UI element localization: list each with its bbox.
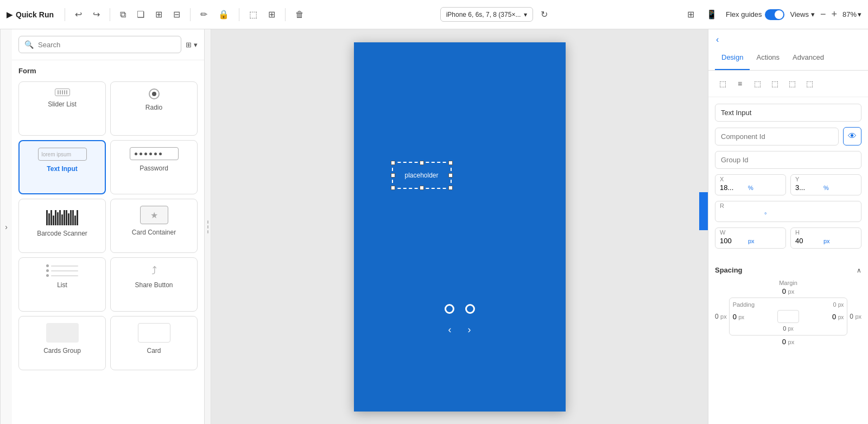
spacing-chevron-icon: ∧ [857, 267, 861, 274]
name-input[interactable] [715, 104, 861, 122]
tab-actions[interactable]: Actions [750, 46, 786, 70]
component-card[interactable]: Card [110, 316, 198, 370]
properties-section: 👁 X % [708, 97, 868, 261]
padding-center-input[interactable] [777, 310, 799, 323]
paste-button[interactable]: ❏ [134, 7, 148, 22]
coord-x-input[interactable] [720, 183, 747, 192]
toolbar-center: iPhone 6, 6s, 7, 8 (375×... ▾ ↻ [312, 7, 680, 22]
refresh-button[interactable]: ↻ [537, 7, 551, 22]
align-left-button[interactable]: ⬚ [715, 76, 730, 91]
align-center-v-button[interactable]: ⬚ [784, 76, 800, 91]
redo-button[interactable]: ↪ [90, 7, 103, 22]
delete-button[interactable]: 🗑 [292, 8, 307, 22]
alignment-toolbar: ⬚ ≡ ⬚ ⬚ ⬚ ⬚ [708, 71, 868, 97]
coord-h-label: H [795, 229, 800, 236]
blue-side-element [699, 192, 708, 230]
zoom-level[interactable]: 87% ▾ [842, 10, 861, 18]
margin-box: Margin 0 px 0 px Padding 0 [715, 280, 861, 346]
coord-w-input[interactable] [720, 237, 747, 245]
coord-w-label: W [720, 229, 725, 236]
align-center-h-button[interactable]: ≡ [732, 76, 747, 91]
flex-guides-switch[interactable] [765, 9, 784, 20]
component-password[interactable]: Password [110, 140, 198, 194]
divider-2 [110, 8, 110, 21]
group-id-input[interactable] [715, 151, 861, 169]
left-panel-collapse-button[interactable]: › [0, 29, 12, 424]
handle-middle-right[interactable] [448, 173, 453, 178]
coord-y-input[interactable] [795, 183, 822, 192]
coord-r-input[interactable] [720, 210, 763, 218]
device-selector[interactable]: iPhone 6, 6s, 7, 8 (375×... ▾ [440, 7, 534, 22]
align-top-button[interactable]: ⬚ [767, 76, 782, 91]
carousel-prev-arrow[interactable]: ‹ [448, 324, 452, 336]
handle-top-center[interactable] [420, 161, 424, 165]
group-id-field [715, 151, 861, 169]
handle-bottom-center[interactable] [420, 186, 424, 190]
carousel-next-arrow[interactable]: › [468, 324, 471, 336]
handle-top-left[interactable] [391, 161, 395, 165]
text-input-label: Text Input [47, 165, 77, 173]
component-slider-list[interactable]: Slider List [18, 81, 106, 136]
pencil-button[interactable]: ✏ [197, 7, 211, 22]
tab-design[interactable]: Design [715, 46, 750, 70]
zoom-in-button[interactable]: + [831, 9, 837, 20]
search-input-wrap: 🔍 [18, 36, 181, 53]
component-text-input[interactable]: lorem ipsum Text Input [18, 140, 106, 194]
coord-grid: X % Y % [715, 174, 861, 195]
component-cards-group[interactable]: Cards Group [18, 316, 106, 370]
mobile-icon[interactable]: 📱 [703, 7, 720, 22]
component-id-row: 👁 [715, 127, 861, 145]
zoom-value: 87% [842, 10, 857, 18]
handle-middle-left[interactable] [391, 173, 395, 178]
component-id-visibility-button[interactable]: 👁 [843, 127, 861, 145]
search-input[interactable] [38, 41, 175, 49]
right-panel-collapse-button[interactable]: ‹ [715, 34, 720, 46]
grid-chevron-icon: ▾ [194, 41, 198, 49]
align-button[interactable]: ⊟ [170, 7, 183, 22]
align-right-button[interactable]: ⬚ [750, 76, 765, 91]
components-section: Form Slider List [12, 60, 204, 424]
toolbar-right: ⊞ 📱 Flex guides Views ▾ − + 87% ▾ [684, 7, 861, 22]
device-label: iPhone 6, 6s, 7, 8 (375×... [446, 11, 521, 18]
canvas-area[interactable]: placeholder ‹ › [211, 29, 708, 424]
left-panel-drag-handle[interactable] [205, 29, 211, 424]
text-input-placeholder: lorem ipsum [42, 151, 71, 157]
grid-view-button[interactable]: ⊞ ▾ [186, 41, 198, 49]
spacing-header[interactable]: Spacing ∧ [708, 261, 868, 280]
views-button[interactable]: Views ▾ [790, 10, 814, 18]
margin-label: Margin [715, 280, 861, 286]
zoom-out-button[interactable]: − [820, 9, 826, 20]
copy-button[interactable]: ⧉ [117, 8, 129, 22]
desktop-icon[interactable]: ⊞ [684, 7, 698, 22]
component-barcode-scanner[interactable]: Barcode Scanner [18, 199, 106, 253]
divider-1 [65, 8, 65, 21]
selected-text-input-element[interactable]: placeholder [392, 162, 452, 189]
undo-button[interactable]: ↩ [72, 7, 85, 22]
card-container-label: Card Container [132, 229, 176, 236]
slider-list-icon [55, 88, 70, 96]
search-bar: 🔍 ⊞ ▾ [12, 29, 204, 60]
coord-h-field: H px [790, 227, 861, 249]
align-bottom-button[interactable]: ⬚ [802, 76, 817, 91]
tab-advanced[interactable]: Advanced [786, 46, 831, 70]
coord-y-field: Y % [790, 174, 861, 195]
component-share-button[interactable]: ⤴ Share Button [110, 257, 198, 312]
radio-icon [149, 88, 160, 99]
handle-bottom-left[interactable] [391, 186, 395, 190]
lock-button[interactable]: 🔒 [215, 7, 232, 22]
coord-h-input[interactable] [795, 237, 822, 245]
component-id-input[interactable] [715, 128, 839, 145]
component-radio[interactable]: Radio [110, 81, 198, 136]
handle-bottom-right[interactable] [448, 186, 453, 190]
handle-lines [207, 220, 208, 233]
share-button-label: Share Button [135, 281, 173, 289]
component-list[interactable]: List [18, 257, 106, 312]
group-button[interactable]: ⊞ [265, 7, 278, 22]
component-card-container[interactable]: ★ Card Container [110, 199, 198, 253]
paste-special-button[interactable]: ⊞ [152, 7, 166, 22]
share-icon: ⤴ [151, 264, 157, 277]
coord-wh-grid: W px H px [715, 227, 861, 249]
coord-r-label: R [720, 202, 724, 209]
handle-top-right[interactable] [448, 161, 453, 165]
frame-button[interactable]: ⬚ [246, 7, 261, 22]
